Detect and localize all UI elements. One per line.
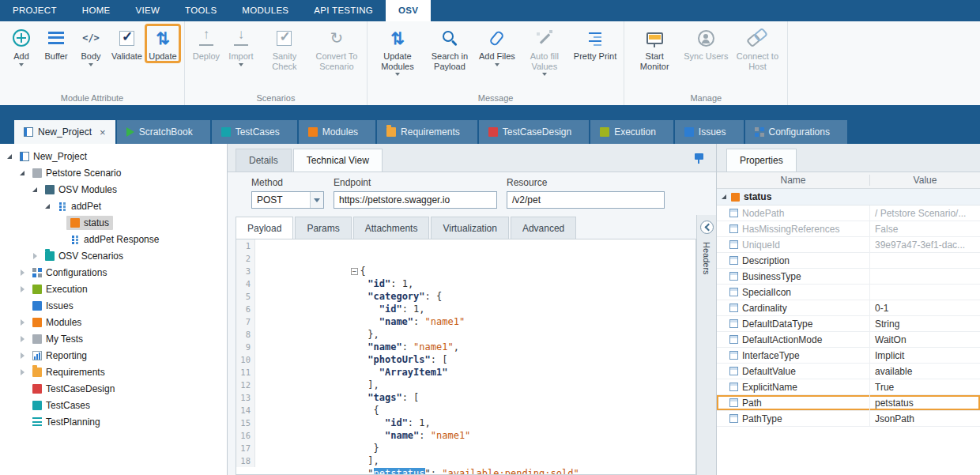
ribbon-button[interactable]: Body (74, 25, 108, 67)
property-value[interactable] (870, 253, 980, 268)
property-value[interactable]: 0-1 (870, 300, 980, 315)
property-value[interactable]: Implicit (870, 348, 980, 363)
tree-expander-icon[interactable] (17, 168, 27, 178)
ribbon-button[interactable]: Add (4, 25, 39, 67)
ribbon-button[interactable]: Auto fill Values (518, 25, 571, 77)
tree-expander-icon[interactable] (17, 401, 27, 410)
document-tab[interactable]: TestCaseDesign (479, 120, 589, 144)
tree-item[interactable]: Execution (0, 281, 227, 297)
payload-tab[interactable]: Params (295, 217, 351, 239)
ribbon-button[interactable]: Import (224, 25, 258, 67)
property-value[interactable]: available (870, 364, 980, 379)
tree-expander-icon[interactable] (17, 268, 27, 277)
property-value[interactable]: String (870, 316, 980, 331)
tree-item[interactable]: addPet (0, 198, 227, 214)
tree-expander-icon[interactable] (17, 318, 27, 327)
tree-item[interactable]: Reporting (0, 347, 227, 364)
ribbon-button[interactable]: Add Files (476, 25, 518, 67)
ribbon-button[interactable]: Search in Payload (424, 25, 476, 72)
property-row[interactable]: Cardinality 0-1 (717, 300, 980, 316)
expand-headers-button[interactable] (700, 221, 714, 234)
tree-expander-icon[interactable] (17, 301, 27, 311)
document-tab[interactable]: Modules (299, 120, 375, 144)
tree-item[interactable]: Modules (0, 314, 227, 330)
property-row[interactable]: PathType JsonPath (717, 411, 980, 427)
tree-item[interactable]: addPet Response (0, 231, 227, 247)
tree-item[interactable]: status (0, 214, 227, 231)
menu-item[interactable]: OSV (386, 0, 431, 21)
property-value[interactable]: / Petstore Scenario/... (870, 205, 980, 221)
tree-item[interactable]: My Tests (0, 330, 227, 347)
tree-item[interactable]: TestCaseDesign (0, 380, 227, 397)
property-value[interactable] (870, 285, 980, 300)
endpoint-input[interactable]: https://petstore.swagger.io (334, 191, 497, 209)
payload-tab[interactable]: Advanced (511, 217, 576, 239)
property-row[interactable]: SpecialIcon (717, 285, 980, 300)
payload-tab[interactable]: Attachments (353, 217, 430, 239)
tree-expander-icon[interactable] (17, 334, 27, 344)
tree-expander-icon[interactable] (5, 152, 14, 161)
ribbon-button[interactable]: Validate (108, 25, 145, 62)
method-select[interactable]: POST (251, 191, 324, 209)
tree-item[interactable]: TestPlanning (0, 413, 227, 430)
document-tab[interactable]: New_Project × (14, 120, 115, 144)
document-tab[interactable]: Requirements (377, 120, 477, 144)
tree-expander-icon[interactable] (30, 251, 40, 261)
menu-item[interactable]: TOOLS (172, 0, 229, 21)
property-row[interactable]: BusinessType (717, 269, 980, 285)
menu-item[interactable]: PROJECT (0, 0, 70, 21)
menu-item[interactable]: API TESTING (301, 0, 386, 21)
property-group-row[interactable]: status (717, 189, 980, 205)
property-row[interactable]: UniqueId 39e97a47-3ef1-dac... (717, 237, 980, 253)
tree-item[interactable]: OSV Modules (0, 181, 227, 198)
property-value[interactable]: True (870, 379, 980, 394)
ribbon-button[interactable]: Update (145, 25, 180, 62)
property-row[interactable]: HasMissingReferences False (717, 221, 980, 237)
tree-expander-icon[interactable] (43, 202, 52, 211)
ribbon-button[interactable]: Convert To Scenario (311, 25, 363, 72)
tree-expander-icon[interactable] (55, 235, 65, 244)
tree-item[interactable]: TestCases (0, 397, 227, 413)
view-tab[interactable]: Technical View (293, 149, 383, 172)
ribbon-button[interactable]: Buffer (39, 25, 74, 62)
tree-item[interactable]: New_Project (0, 148, 227, 164)
document-tab[interactable]: TestCases (212, 120, 297, 144)
tree-expander-icon[interactable] (30, 185, 40, 194)
chevron-down-icon[interactable] (310, 192, 323, 208)
property-value[interactable]: False (870, 221, 980, 236)
tree-expander-icon[interactable] (17, 351, 27, 360)
menu-item[interactable]: VIEW (122, 0, 172, 21)
property-row[interactable]: DefaultValue available (717, 364, 980, 379)
menu-item[interactable]: HOME (70, 0, 123, 21)
property-row[interactable]: NodePath / Petstore Scenario/... (717, 205, 980, 221)
headers-panel-label[interactable]: Headers (702, 242, 711, 275)
tree-item[interactable]: OSV Scenarios (0, 247, 227, 264)
payload-editor[interactable]: 1 −{ 2 "id": 1, 3 (236, 239, 696, 475)
tree-item[interactable]: Issues (0, 297, 227, 314)
column-header-name[interactable]: Name (717, 175, 870, 186)
resource-input[interactable]: /v2/pet (507, 191, 665, 209)
tree-expander-icon[interactable] (55, 218, 65, 228)
tree-expander-icon[interactable] (17, 368, 27, 377)
property-row[interactable]: DefaultActionMode WaitOn (717, 332, 980, 348)
tree-expander-icon[interactable] (17, 285, 27, 294)
property-row[interactable]: DefaultDataType String (717, 316, 980, 332)
property-value[interactable]: petstatus (870, 395, 980, 410)
property-row[interactable]: Description (717, 253, 980, 269)
document-tab[interactable]: Issues (675, 120, 744, 144)
ribbon-button[interactable]: Sync Users (680, 25, 731, 62)
group-expander-icon[interactable] (722, 194, 726, 199)
payload-tab[interactable]: Payload (236, 217, 293, 239)
ribbon-button[interactable]: Sanity Check (258, 25, 311, 72)
tree-item[interactable]: Requirements (0, 364, 227, 380)
view-tab[interactable]: Details (236, 149, 292, 172)
close-icon[interactable]: × (100, 127, 106, 138)
tree-item[interactable]: Petstore Scenario (0, 164, 227, 181)
ribbon-button[interactable]: Pretty Print (571, 25, 620, 62)
ribbon-button[interactable]: Deploy (189, 25, 224, 62)
properties-tab[interactable]: Properties (726, 149, 797, 172)
ribbon-button[interactable]: Update Modules (371, 25, 424, 77)
property-row[interactable]: InterfaceType Implicit (717, 348, 980, 364)
property-row[interactable]: ExplicitName True (717, 379, 980, 395)
property-value[interactable]: 39e97a47-3ef1-dac... (870, 237, 980, 252)
